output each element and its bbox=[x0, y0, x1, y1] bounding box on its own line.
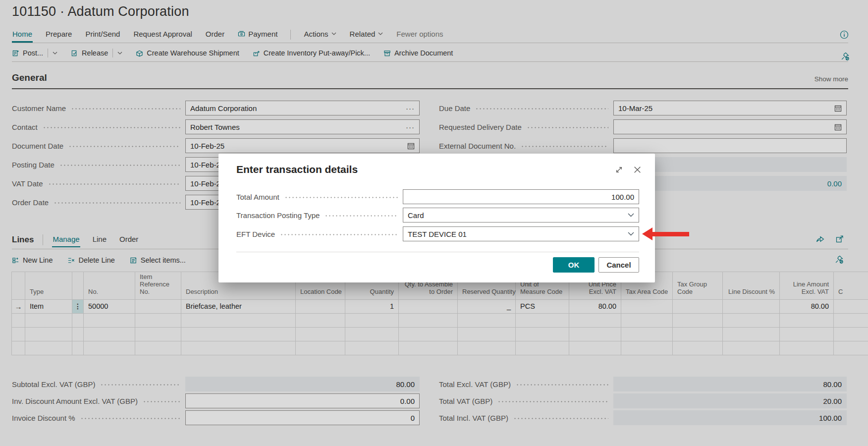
dialog-enter-transaction-details: Enter transaction details Total Amount 1… bbox=[218, 154, 655, 282]
chevron-down-icon[interactable] bbox=[628, 213, 634, 217]
dialog-title: Enter transaction details bbox=[236, 164, 358, 175]
dialog-row-transaction-posting-type: Transaction Posting Type Card bbox=[236, 208, 639, 223]
transaction-posting-type-select[interactable]: Card bbox=[403, 208, 639, 223]
total-amount-input[interactable]: 100.00 bbox=[403, 189, 639, 204]
chevron-down-icon[interactable] bbox=[628, 232, 634, 236]
dialog-row-eft-device: EFT Device TEST DEVICE 01 bbox=[236, 226, 639, 241]
expand-dialog-icon[interactable] bbox=[615, 166, 623, 176]
cancel-button[interactable]: Cancel bbox=[598, 257, 639, 273]
ok-button[interactable]: OK bbox=[553, 257, 595, 273]
dialog-row-total-amount: Total Amount 100.00 bbox=[236, 189, 639, 204]
dialog-footer-divider bbox=[236, 252, 639, 252]
eft-device-select[interactable]: TEST DEVICE 01 bbox=[403, 226, 639, 241]
annotation-arrow bbox=[642, 227, 689, 240]
close-dialog-icon[interactable] bbox=[633, 166, 642, 176]
